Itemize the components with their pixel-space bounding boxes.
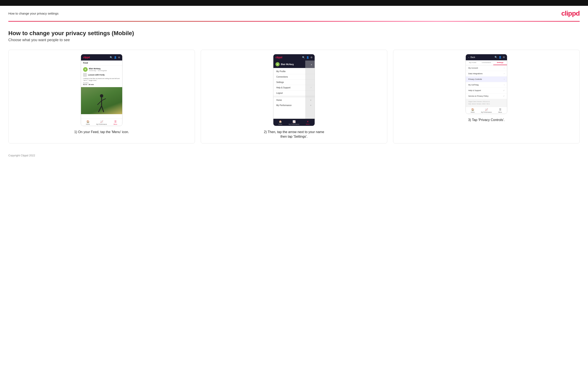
settings-row-right-golfbag: › bbox=[504, 84, 504, 86]
feed-lesson-desc: Looking to feel like my hands are exitin… bbox=[83, 78, 120, 81]
phone-bottomnav-2: 🏠 Home 📈 My Performance ✕ Menu bbox=[273, 119, 315, 126]
performance-icon-1: 📈 bbox=[100, 120, 103, 123]
integrations-chevron: › bbox=[504, 73, 504, 75]
menu-user-left: B Blair McHarg bbox=[276, 62, 294, 66]
phone-mockup-2: clippd 🔍 👤 ⚙ B Blair McHarg ▲ bbox=[273, 54, 315, 126]
tab-settings: Settings bbox=[493, 60, 507, 65]
menu-item-profile-label: My Profile bbox=[276, 70, 285, 73]
golfbag-chevron: › bbox=[504, 84, 504, 86]
close-icon-2: ✕ bbox=[307, 120, 309, 123]
home-icon-1: 🏠 bbox=[86, 120, 89, 123]
nav-performance-1: 📈 My Performance bbox=[95, 120, 108, 125]
menu-item-logout-label: Logout bbox=[276, 92, 283, 94]
settings-row-right-account: › bbox=[504, 67, 504, 69]
back-button: ← Back bbox=[468, 56, 475, 58]
nav-home-3: 🏠 Home bbox=[466, 108, 480, 113]
phone-logo-1: clippd bbox=[83, 56, 90, 59]
settings-icon-2: ⚙ bbox=[311, 56, 312, 59]
settings-account-label: My Account bbox=[468, 67, 478, 69]
feed-date: Yesterday · Sunningdale bbox=[89, 70, 107, 72]
page-subheading: Choose what you want people to see bbox=[8, 38, 580, 42]
home-label-1: Home bbox=[86, 124, 90, 125]
settings-back-bar: ← Back 🔍 👤 ⚙ bbox=[466, 54, 507, 60]
performance-icon-2: 📈 bbox=[293, 120, 296, 123]
menu-item-settings-label: Settings bbox=[276, 81, 284, 83]
search-icon-3: 🔍 bbox=[494, 56, 497, 59]
nav-home-1: 🏠 Home bbox=[81, 120, 95, 125]
main-content: How to change your privacy settings (Mob… bbox=[0, 22, 588, 150]
service-ext-icon: ↗ bbox=[503, 95, 504, 97]
settings-integrations-label: Data Integrations bbox=[468, 73, 483, 75]
nav-performance-3: 📈 My Performance bbox=[480, 108, 493, 113]
step-2-card: clippd 🔍 👤 ⚙ B Blair McHarg ▲ bbox=[201, 50, 387, 143]
phone-mockup-3: ← Back 🔍 👤 ⚙ My Profile Connections Sett… bbox=[466, 54, 507, 114]
phone-bottomnav-1: 🏠 Home 📈 My Performance ☰ Menu bbox=[81, 119, 122, 126]
menu-section-home-label: Home bbox=[276, 99, 282, 101]
step-3-card: ← Back 🔍 👤 ⚙ My Profile Connections Sett… bbox=[393, 50, 580, 143]
feed-photo bbox=[81, 87, 122, 114]
menu-item-connections-label: Connections bbox=[276, 76, 288, 78]
footer: Copyright Clippd 2022 bbox=[0, 150, 588, 161]
svg-point-0 bbox=[100, 94, 103, 98]
privacy-chevron: › bbox=[504, 78, 504, 80]
top-bar bbox=[0, 0, 588, 6]
tab-my-profile: My Profile bbox=[466, 60, 480, 65]
step-3-caption: 3) Tap 'Privacy Controls'. bbox=[468, 118, 505, 122]
home-label-3: Home bbox=[471, 111, 475, 113]
menu-bg-fade bbox=[305, 60, 315, 119]
menu-item-help-label: Help & Support bbox=[276, 86, 290, 89]
svg-line-5 bbox=[102, 106, 104, 112]
nav-home-2: 🏠 Home bbox=[273, 120, 287, 125]
menu-label-3: Menu bbox=[498, 111, 502, 113]
phone-icons-1: 🔍 👤 ⚙ bbox=[110, 56, 120, 59]
menu-label-2: Menu bbox=[306, 124, 310, 125]
settings-service-label: Service & Privacy Policy bbox=[468, 95, 488, 97]
phone-menu-2: B Blair McHarg ▲ My Profile Connections bbox=[273, 60, 315, 119]
settings-icon-1: ⚙ bbox=[118, 56, 120, 59]
feed-avatar: B bbox=[83, 67, 88, 72]
tab-connections: Connections bbox=[480, 60, 493, 65]
performance-icon-3: 📈 bbox=[485, 108, 488, 111]
phone-bottomnav-3: 🏠 Home 📈 My Performance ☰ Menu bbox=[466, 107, 507, 114]
user-icon-3: 👤 bbox=[499, 56, 502, 59]
logo: clippd bbox=[561, 9, 580, 17]
nav-menu-1: ☰ Menu bbox=[108, 120, 122, 125]
settings-row-privacy: Privacy Controls › bbox=[466, 76, 507, 82]
golfer-silhouette bbox=[95, 93, 108, 114]
nav-performance-2: 📈 My Performance bbox=[287, 120, 301, 125]
search-icon-2: 🔍 bbox=[302, 56, 305, 59]
menu-label-1: Menu bbox=[113, 124, 117, 125]
settings-row-right-integrations: › bbox=[504, 73, 504, 75]
phone-logo-2: clippd bbox=[276, 56, 282, 59]
phone-icons-2: 🔍 👤 ⚙ bbox=[302, 56, 312, 59]
header-title: How to change your privacy settings bbox=[8, 12, 59, 15]
feed-username: Blair McHarg bbox=[89, 67, 107, 70]
menu-section-performance-label: My Performance bbox=[276, 104, 292, 107]
settings-privacy-label: Privacy Controls bbox=[468, 78, 482, 80]
version-gql: GQL Server Version: 2022.7.30-1 bbox=[468, 103, 504, 105]
settings-icon-3: ⚙ bbox=[503, 56, 505, 59]
settings-tabs: My Profile Connections Settings bbox=[466, 60, 507, 65]
copyright: Copyright Clippd 2022 bbox=[8, 154, 35, 157]
help-ext-icon-3: ↗ bbox=[503, 90, 504, 92]
settings-list: My Account › Data Integrations › Privacy… bbox=[466, 65, 507, 107]
settings-golfbag-label: My Golf Bag bbox=[468, 84, 479, 86]
version-client: Clippd Client Version: 2022.8.3-3 bbox=[468, 101, 504, 103]
settings-row-right-service: ↗ bbox=[503, 95, 504, 97]
feed-lesson-title: Lesson with Fordy bbox=[88, 74, 105, 76]
page-heading: How to change your privacy settings (Mob… bbox=[8, 30, 580, 37]
feed-duration-label: Duration bbox=[83, 82, 120, 83]
feed-lesson-icon bbox=[83, 73, 87, 77]
menu-user-avatar: B bbox=[276, 62, 280, 66]
settings-row-golfbag: My Golf Bag › bbox=[466, 82, 507, 88]
settings-row-account: My Account › bbox=[466, 65, 507, 71]
svg-line-2 bbox=[97, 101, 102, 105]
nav-menu-2: ✕ Menu bbox=[301, 120, 315, 125]
header: How to change your privacy settings clip… bbox=[0, 6, 588, 21]
steps-row: clippd 🔍 👤 ⚙ Feed B Blair McHarg bbox=[8, 50, 580, 143]
performance-label-2: My Performance bbox=[289, 124, 299, 125]
settings-version: Clippd Client Version: 2022.8.3-3 GQL Se… bbox=[466, 99, 507, 107]
menu-icon-1: ☰ bbox=[114, 120, 117, 123]
phone-icons-3: 🔍 👤 ⚙ bbox=[494, 56, 505, 59]
feed-duration-value: 01 hr : 30 min bbox=[83, 83, 120, 85]
